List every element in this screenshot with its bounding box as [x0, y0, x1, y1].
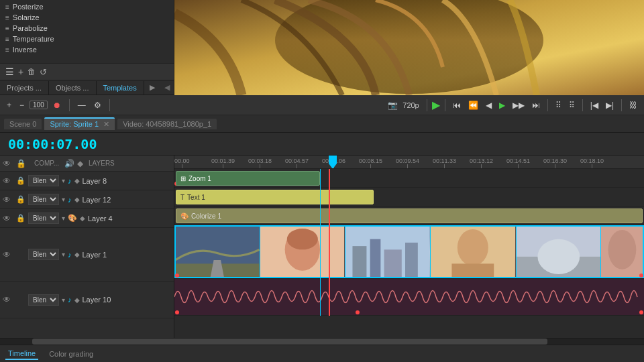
blend-arrow-layer8[interactable]: ▾: [62, 177, 65, 184]
blend-arrow-layer1[interactable]: ▾: [62, 251, 65, 258]
video-thumb-6[interactable]: [601, 225, 644, 278]
lock-icon-layer4[interactable]: 🔒: [16, 214, 25, 223]
lock-icon-layer8[interactable]: 🔒: [16, 176, 25, 185]
audio-icon-layer12[interactable]: ♪: [68, 196, 72, 204]
scrollbar-thumb[interactable]: [32, 339, 547, 345]
separator: [445, 99, 445, 111]
playhead[interactable]: [329, 169, 330, 316]
panel-tabs: Projects ... Objects ... Templates ▶ ◀: [0, 80, 174, 95]
cam-icon[interactable]: 📷: [388, 101, 398, 110]
svg-point-6: [286, 229, 317, 249]
clip-colorize1[interactable]: 🎨 Colorize 1: [176, 208, 643, 223]
effect-temperature[interactable]: ≡ Temperature: [0, 34, 174, 44]
layer-name-12: Layer 12: [83, 196, 172, 204]
effect-label: Posterize: [13, 3, 44, 11]
tab-objects[interactable]: Objects ...: [49, 81, 97, 95]
track-header-layer1: 👁 🔒 Blend ▾ ♪ ◆ Layer 1: [0, 228, 174, 282]
refresh-icon[interactable]: ↺: [40, 67, 47, 77]
counter-btn[interactable]: 100: [30, 101, 48, 109]
settings-btn[interactable]: ⚙: [91, 99, 104, 111]
mark-out-btn[interactable]: ▶|: [603, 99, 616, 111]
video-thumb-1[interactable]: [174, 225, 260, 278]
list-view-icon[interactable]: ☰: [5, 66, 14, 77]
blend-mode-layer4[interactable]: Blend: [28, 213, 59, 224]
resolution-select[interactable]: 720p: [400, 100, 421, 111]
lock-icon-layer12[interactable]: 🔒: [16, 195, 25, 204]
blend-mode-layer12[interactable]: Blend: [28, 194, 59, 205]
video-thumb-4[interactable]: [431, 225, 516, 278]
video-thumb-3[interactable]: [345, 225, 431, 278]
tab-color-grading[interactable]: Color grading: [46, 349, 96, 359]
step-back-btn[interactable]: ◀: [483, 99, 494, 111]
add-icon[interactable]: +: [18, 66, 23, 77]
clip-zoom1[interactable]: ⊞ Zoom 1: [176, 171, 320, 186]
delete-icon[interactable]: 🗑: [28, 67, 36, 76]
blend-arrow-layer12[interactable]: ▾: [62, 196, 65, 203]
effect-solarize[interactable]: ≡ Solarize: [0, 12, 174, 23]
effect-parabolize[interactable]: ≡ Parabolize: [0, 23, 174, 34]
effect-posterize[interactable]: ≡ Posterize: [0, 1, 174, 12]
prev-frame-btn[interactable]: ⏪: [466, 99, 481, 111]
play-pause-btn[interactable]: ▶: [496, 99, 508, 111]
remove-btn[interactable]: −: [17, 99, 27, 111]
video-thumb-2[interactable]: [260, 225, 345, 278]
lock-col-icon[interactable]: 🔒: [16, 159, 26, 168]
lock2-icon-layer10[interactable]: ◆: [74, 296, 80, 304]
blend-arrow-layer4[interactable]: ▾: [62, 215, 65, 222]
lock2-icon-layer8[interactable]: ◆: [74, 177, 80, 184]
video-thumb-5[interactable]: [516, 225, 602, 278]
playback-controls: 📷 720p ▶ ⏮ ⏪ ◀ ▶ ▶▶ ⏭ ⠿ ⠿ |◀ ▶| ⛓: [388, 99, 640, 111]
timeline-content: 00.00 00:01.39 00:03.18 00:04.57 00:06.0…: [174, 156, 644, 338]
tab-video1[interactable]: Video: 40458981_1080p_1: [117, 119, 217, 129]
record-btn[interactable]: ⏺: [50, 99, 64, 111]
play-btn[interactable]: ▶: [432, 99, 440, 111]
expand-btn[interactable]: —: [75, 99, 89, 111]
mark-in-btn[interactable]: |◀: [588, 99, 601, 111]
audio-icon-layer8[interactable]: ♪: [68, 177, 72, 185]
blend-mode-layer10[interactable]: Blend: [28, 294, 59, 306]
ruler-mark-11: 00:18.10: [580, 158, 604, 168]
ruler-mark-7: 00:11.33: [433, 158, 456, 168]
eye-icon-layer8[interactable]: 👁: [3, 176, 13, 186]
effect-inverse[interactable]: ≡ Inverse: [0, 44, 174, 55]
to-start-btn[interactable]: ⏮: [450, 99, 464, 111]
tab-templates[interactable]: Templates: [97, 81, 144, 95]
lock2-icon-layer1[interactable]: ◆: [74, 251, 80, 258]
effect-label: Solarize: [13, 13, 40, 21]
blend-mode-layer1[interactable]: Blend: [28, 249, 59, 260]
tab-timeline[interactable]: Timeline: [5, 348, 38, 360]
audio-col-icon[interactable]: 🔊: [64, 159, 74, 168]
audio-icon-layer4[interactable]: 🎨: [68, 214, 77, 223]
tab-scene0[interactable]: Scene 0: [4, 119, 42, 129]
loop-btn[interactable]: ⠿: [553, 99, 564, 111]
blend-mode-layer8[interactable]: Blend: [28, 175, 59, 186]
timeline-scrollbar[interactable]: [0, 338, 644, 345]
to-end-btn[interactable]: ⏭: [529, 99, 543, 111]
svg-rect-14: [451, 263, 494, 278]
ruler-mark-9: 00:14.51: [506, 158, 530, 168]
loop2-btn[interactable]: ⠿: [566, 99, 578, 111]
add-track-btn[interactable]: +: [4, 99, 14, 111]
eye-icon-layer12[interactable]: 👁: [3, 195, 13, 204]
eye-col-icon[interactable]: 👁: [3, 159, 11, 168]
svg-point-13: [458, 229, 488, 265]
panel-arrow[interactable]: ▶: [146, 80, 159, 95]
eye-icon-layer10[interactable]: 👁: [3, 295, 13, 304]
tab-sprite1[interactable]: Sprite: Sprite 1 ✕: [44, 117, 115, 130]
panel-arrow2[interactable]: ◀: [160, 80, 174, 95]
close-tab-icon[interactable]: ✕: [103, 120, 109, 128]
link-btn[interactable]: ⛓: [627, 99, 640, 111]
svg-rect-9: [370, 239, 381, 278]
clip-text1[interactable]: T Text 1: [176, 190, 374, 204]
lock2-icon-layer4[interactable]: ◆: [80, 215, 85, 222]
lock2-icon-layer12[interactable]: ◆: [74, 196, 80, 203]
blend-arrow-layer10[interactable]: ▾: [62, 296, 65, 304]
audio-icon-layer1[interactable]: ♪: [68, 251, 72, 259]
eye-icon-layer1[interactable]: 👁: [3, 250, 13, 259]
eye-icon-layer4[interactable]: 👁: [3, 214, 13, 223]
tab-projects[interactable]: Projects ...: [0, 81, 49, 95]
separator: [547, 99, 548, 111]
fast-fwd-btn[interactable]: ▶▶: [510, 99, 527, 111]
solo-col-icon[interactable]: ◆: [77, 159, 83, 168]
audio-icon-layer10[interactable]: ♪: [68, 296, 72, 304]
